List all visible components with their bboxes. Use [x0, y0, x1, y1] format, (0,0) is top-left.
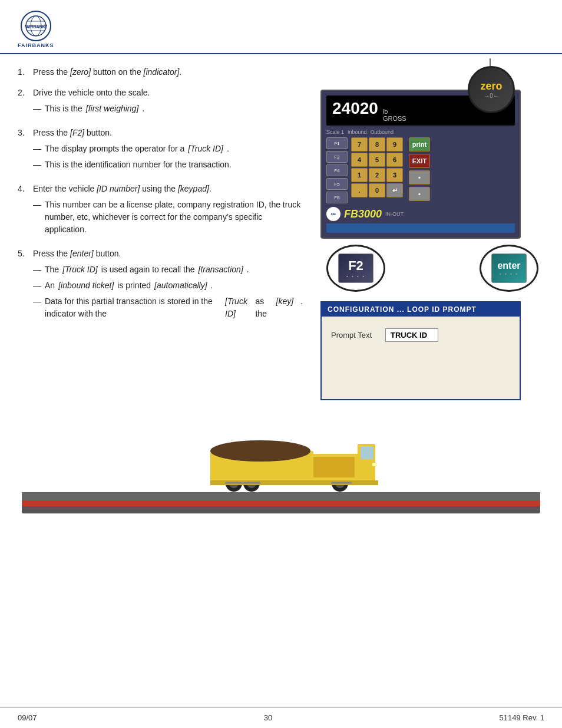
step-4-bullets: This number can be a license plate, comp… [33, 199, 303, 236]
key-3[interactable]: 3 [386, 168, 403, 182]
step-5-keyword: [enter] [70, 249, 96, 258]
key-enter-small[interactable]: ↵ [386, 183, 403, 197]
key-9[interactable]: 9 [386, 137, 403, 151]
f5-button[interactable]: F5 [326, 178, 348, 190]
svg-point-18 [210, 440, 310, 462]
key-5[interactable]: 5 [369, 153, 385, 167]
inbound-label: Inbound [348, 129, 367, 135]
step-2-bullets: This is the [first weighing] . [33, 103, 303, 115]
truck-svg-container [12, 421, 550, 492]
function-buttons: F1 F2 F4 F5 F6 [326, 137, 348, 203]
truck-svg [134, 421, 428, 492]
enter-label: enter [497, 261, 520, 271]
right-side-buttons: print EXIT • • [409, 137, 430, 203]
step-1-text2: button on the [93, 67, 141, 77]
step-3-b2: This is the identification number for th… [45, 159, 232, 171]
step-5-content: Press the [enter] button. The [Truck ID]… [33, 248, 303, 324]
step-5: Press the [enter] button. The [Truck ID]… [18, 248, 303, 324]
zero-button-sub: →0← [484, 93, 499, 99]
step-2-text: Drive the vehicle onto the scale. [33, 88, 150, 97]
step-5-b2-end: [automatically] [154, 279, 207, 292]
button-circles: F2 • • • • enter • • • • [320, 245, 544, 292]
indicator-mode: IN-OUT [385, 211, 404, 217]
indicator-unit: lb [383, 108, 406, 115]
config-prompt-label: Prompt Text [331, 331, 378, 340]
misc-button-2[interactable]: • [409, 187, 430, 201]
misc-button-1[interactable]: • [409, 170, 430, 185]
outbound-label: Outbound [371, 129, 394, 135]
step-3-bullet-1: The display prompts the operator for a [… [33, 143, 303, 155]
key-4[interactable]: 4 [351, 153, 368, 167]
zero-button-circle[interactable]: zero →0← [468, 66, 515, 113]
keypad-area: F1 F2 F4 F5 F6 7 8 9 4 5 6 1 2 3 [326, 137, 515, 203]
svg-rect-16 [361, 446, 373, 459]
enter-circle[interactable]: enter • • • • [480, 245, 538, 292]
key-dot[interactable]: . [351, 183, 368, 197]
step-4-bullet-1: This number can be a license plate, comp… [33, 199, 303, 236]
step-3-text2: button. [87, 128, 112, 137]
step-5-bullet-2: An [inbound ticket] is printed [automati… [33, 279, 303, 292]
key-0[interactable]: 0 [369, 183, 385, 197]
key-1[interactable]: 1 [351, 168, 368, 182]
f2-button-large[interactable]: F2 • • • • [338, 253, 373, 283]
step-3-text: Press the [33, 128, 68, 137]
step-3-bullets: The display prompts the operator for a [… [33, 143, 303, 171]
enter-button-large[interactable]: enter • • • • [491, 253, 527, 283]
scale-red-bar [22, 500, 540, 506]
step-1-text: Press the [33, 67, 68, 77]
main-content: Press the [zero] button on the [indicato… [0, 54, 562, 412]
config-row: Prompt Text TRUCK ID [331, 328, 510, 342]
f2-label: F2 [348, 258, 363, 274]
key-2[interactable]: 2 [369, 168, 385, 182]
logo-text: FAIRBANKS [18, 42, 54, 48]
footer-page: 30 [264, 713, 272, 722]
step-1-device: [indicator] [144, 67, 180, 77]
step-5-bullets: The [Truck ID] is used again to recall t… [33, 263, 303, 320]
f2-button-small[interactable]: F2 [326, 151, 348, 163]
step-2-bullet-1: This is the [first weighing] . [33, 103, 303, 115]
step-5-b3b: as the [255, 295, 272, 320]
config-panel: CONFIGURATION ... LOOP ID PROMPT Prompt … [320, 301, 521, 400]
step-2-b1-text: This is the [45, 103, 82, 115]
step-4: Enter the vehicle [ID number] using the … [18, 183, 303, 239]
key-8[interactable]: 8 [369, 137, 385, 151]
step-5-b3-kw: [Truck ID] [225, 295, 252, 320]
step-5-b2b: is printed [117, 279, 151, 292]
step-4-text: Enter the vehicle [33, 184, 94, 193]
enter-dots: • • • • [500, 271, 518, 276]
step-5-b1-kw2: [transaction] [199, 263, 243, 276]
exit-button[interactable]: EXIT [409, 154, 430, 168]
logo-circle: FAIRBANKS [21, 11, 51, 41]
key-7[interactable]: 7 [351, 137, 368, 151]
scale-platform-bars [22, 492, 540, 513]
f2-dots: • • • • [346, 274, 365, 279]
step-3-b1: The display prompts the operator for a [45, 143, 184, 155]
step-2-b1-keyword: [first weighing] [86, 103, 138, 115]
step-3-bullet-2: This is the identification number for th… [33, 159, 303, 171]
f2-circle[interactable]: F2 • • • • [326, 245, 385, 292]
step-4-keyword: [ID number] [97, 184, 142, 193]
page-header: FAIRBANKS FAIRBANKS [0, 0, 562, 54]
truck-illustration-area [0, 421, 562, 513]
step-5-b1a: The [45, 263, 59, 276]
print-button[interactable]: print [409, 137, 430, 151]
f6-button[interactable]: F6 [326, 192, 348, 203]
config-body: Prompt Text TRUCK ID [322, 317, 520, 399]
indicator-model: FB3000 [344, 208, 382, 220]
svg-rect-20 [372, 463, 377, 466]
page-footer: 09/07 30 51149 Rev. 1 [0, 707, 562, 728]
step-3-keyword: [F2] [70, 128, 87, 137]
step-5-b1b: is used again to recall the [101, 263, 195, 276]
step-5-bullet-1: The [Truck ID] is used again to recall t… [33, 263, 303, 276]
step-5-text: Press the [33, 249, 68, 258]
f4-button[interactable]: F4 [326, 164, 348, 176]
key-6[interactable]: 6 [386, 153, 403, 167]
step-2-b1-end: . [142, 103, 144, 115]
svg-text:FAIRBANKS: FAIRBANKS [25, 25, 47, 29]
footer-date: 09/07 [18, 713, 37, 722]
indicator-bottom: FB FB3000 IN-OUT [326, 207, 515, 221]
f1-button[interactable]: F1 [326, 137, 348, 149]
instructions-panel: Press the [zero] button on the [indicato… [18, 66, 309, 400]
step-5-b3c: . [300, 295, 303, 320]
config-prompt-value: TRUCK ID [385, 328, 438, 342]
